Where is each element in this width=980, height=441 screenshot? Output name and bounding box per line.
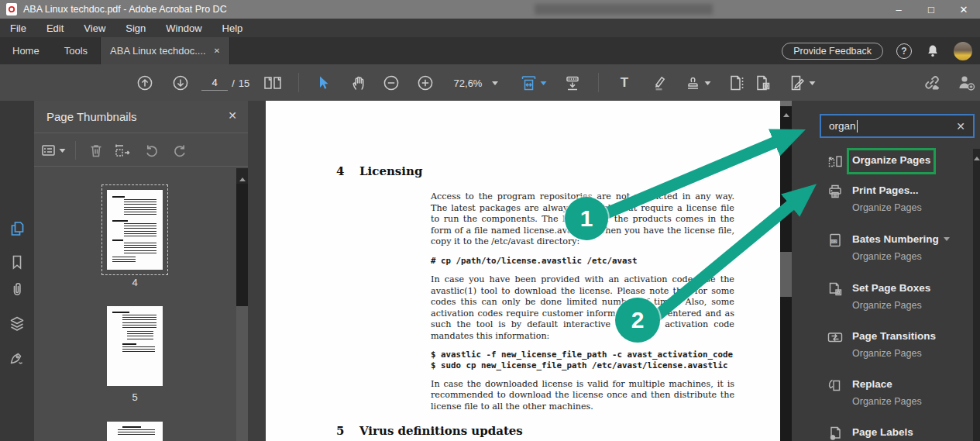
highlighter-tool-icon[interactable]	[649, 74, 668, 92]
zoom-level-value[interactable]: 72,6%	[454, 77, 483, 88]
next-page-icon[interactable]	[172, 74, 189, 91]
result-page-transitions[interactable]: Page Transitions	[852, 330, 936, 342]
thumbnail-label-4: 4	[107, 277, 163, 288]
clear-search-icon[interactable]: ✕	[956, 120, 965, 133]
thumbnails-panel-title: Page Thumbnails	[46, 110, 136, 123]
previous-page-icon[interactable]	[136, 74, 153, 91]
notifications-bell-icon[interactable]	[925, 43, 940, 59]
thumbnails-scrollbar[interactable]	[236, 168, 248, 441]
acrobat-pdf-icon	[6, 3, 17, 16]
result-set-page-boxes[interactable]: Set Page Boxes	[852, 282, 930, 294]
menu-sign[interactable]: Sign	[115, 19, 156, 37]
replace-pages-icon[interactable]	[827, 377, 844, 394]
maximize-button[interactable]: □	[915, 0, 947, 19]
page-thumbnails-panel-icon[interactable]	[8, 219, 26, 238]
menu-window[interactable]: Window	[156, 19, 211, 37]
scrolling-mode-icon[interactable]	[563, 74, 582, 92]
page-number-input[interactable]	[201, 75, 228, 91]
tab-home-label: Home	[12, 45, 40, 57]
redo-icon[interactable]	[170, 142, 189, 159]
zoom-in-icon[interactable]	[417, 74, 434, 91]
results-scrollbar[interactable]	[973, 149, 980, 441]
share-link-icon[interactable]	[921, 73, 941, 93]
fill-sign-tool-icon[interactable]	[789, 74, 816, 92]
attachments-panel-icon[interactable]	[9, 281, 26, 298]
tab-tools[interactable]: Tools	[52, 37, 100, 64]
result-category: Organize Pages	[852, 396, 922, 407]
add-text-tool-icon[interactable]: T	[621, 75, 628, 91]
code-line: # cp /path/to/license.avastlic /etc/avas…	[431, 256, 748, 267]
printer-icon[interactable]	[827, 183, 844, 200]
fit-width-icon[interactable]	[520, 74, 547, 92]
layers-panel-icon[interactable]	[8, 315, 26, 333]
thumbnails-options-icon[interactable]	[40, 142, 66, 159]
thumbnail-page-5[interactable]	[107, 306, 163, 386]
help-icon[interactable]: ?	[896, 43, 912, 59]
result-print-pages[interactable]: Print Pages...	[852, 184, 919, 196]
tab-document[interactable]: ABA Linux techdoc.... ✕	[100, 37, 230, 64]
scroll-up-icon[interactable]	[974, 153, 980, 160]
bookmarks-panel-icon[interactable]	[9, 253, 26, 270]
result-bates-numbering[interactable]: Bates Numbering	[852, 233, 939, 245]
menu-edit[interactable]: Edit	[36, 19, 74, 37]
result-organize-pages[interactable]: Organize Pages	[852, 154, 930, 166]
crop-pages-icon[interactable]	[113, 142, 132, 159]
code-line: $ avastlic -f new_license_file_path -c a…	[431, 350, 748, 360]
tab-home[interactable]: Home	[0, 37, 52, 64]
provide-feedback-button[interactable]: Provide Feedback	[782, 43, 883, 60]
redacted-title-area	[535, 4, 713, 15]
zoom-dropdown-icon[interactable]	[492, 78, 498, 88]
organize-pages-icon[interactable]	[827, 153, 844, 170]
pdf-page: 4Licensing Access to the program reposit…	[266, 101, 780, 441]
close-button[interactable]: ✕	[947, 0, 980, 19]
menu-view[interactable]: View	[74, 19, 115, 37]
delete-pages-icon[interactable]	[88, 142, 105, 159]
thumbnail-label-5: 5	[107, 391, 163, 403]
organize-pages-tool-icon[interactable]	[727, 74, 746, 92]
set-page-boxes-tool-icon[interactable]	[754, 74, 772, 92]
thumbnail-page-6[interactable]	[107, 422, 163, 441]
minimize-button[interactable]: –	[882, 0, 915, 19]
user-avatar[interactable]	[954, 42, 972, 60]
thumbnails-toolbar	[34, 134, 248, 167]
bates-numbering-icon[interactable]: 012	[827, 232, 844, 249]
section-4-title: Licensing	[359, 164, 422, 178]
select-tool-icon[interactable]	[315, 74, 331, 91]
zoom-out-icon[interactable]	[383, 74, 400, 91]
paragraph: In case the downloaded license is valid …	[431, 379, 734, 413]
page-transitions-icon[interactable]	[827, 329, 844, 346]
svg-text:1: 1	[832, 436, 834, 439]
menu-help[interactable]: Help	[212, 19, 253, 37]
result-replace[interactable]: Replace	[852, 378, 892, 390]
section-5-heading: 5Virus definitions updates	[336, 424, 780, 438]
page-thumbnails-panel: Page Thumbnails ✕	[34, 101, 248, 441]
signatures-panel-icon[interactable]	[8, 348, 26, 367]
scroll-up-icon[interactable]	[239, 174, 246, 181]
tools-search-input[interactable]: organ ✕	[820, 114, 975, 138]
stamp-tool-icon[interactable]	[684, 74, 711, 92]
tab-document-label: ABA Linux techdoc....	[110, 45, 206, 57]
document-scrollbar-thumb[interactable]	[780, 252, 792, 297]
hand-tool-icon[interactable]	[350, 74, 367, 91]
scroll-up-icon[interactable]	[783, 110, 789, 117]
page-thumbnails-view-icon[interactable]	[263, 75, 283, 91]
set-page-boxes-icon[interactable]	[827, 281, 844, 298]
menu-file[interactable]: File	[0, 19, 36, 37]
thumbnails-close-icon[interactable]: ✕	[228, 109, 237, 122]
document-scrollbar[interactable]	[780, 101, 792, 441]
page-labels-icon[interactable]: 1	[827, 425, 844, 441]
expand-dropdown-icon[interactable]	[944, 237, 950, 244]
menubar: File Edit View Sign Window Help	[0, 19, 980, 37]
thumbnail-page-4[interactable]	[107, 190, 163, 270]
result-page-labels[interactable]: Page Labels	[852, 426, 913, 438]
search-query-text: organ	[829, 120, 856, 132]
section-5-number: 5	[336, 424, 359, 438]
code-line: $ sudo cp new_license_file_path /etc/ava…	[431, 360, 748, 371]
add-people-icon[interactable]	[956, 73, 976, 93]
undo-icon[interactable]	[143, 142, 161, 159]
svg-text:012: 012	[831, 239, 837, 243]
tabbar: Home Tools ABA Linux techdoc.... ✕ Provi…	[0, 37, 980, 64]
thumbnails-scrollbar-thumb[interactable]	[236, 306, 248, 441]
tab-close-icon[interactable]: ✕	[214, 47, 220, 55]
result-category: Organize Pages	[852, 251, 922, 262]
